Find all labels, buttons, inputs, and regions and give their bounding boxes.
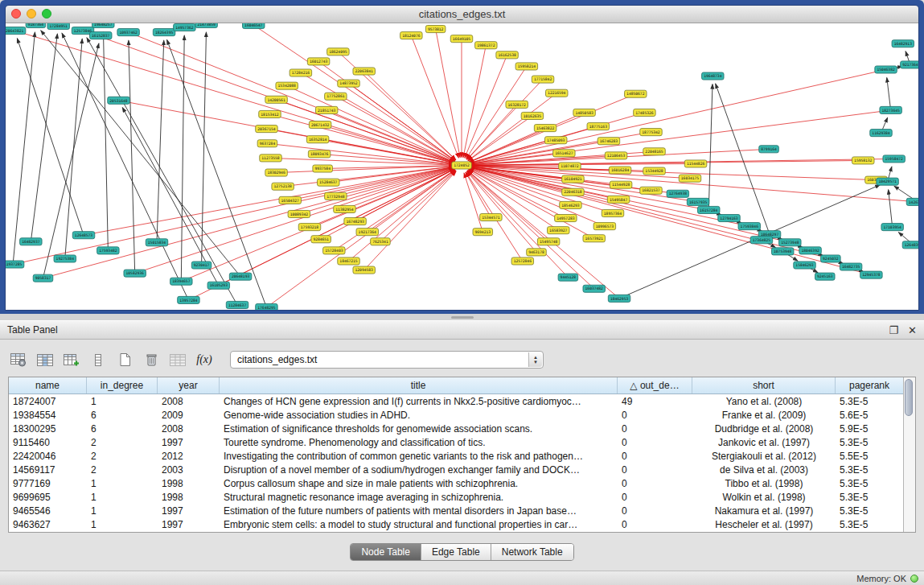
function-builder-button[interactable]: f(x) [194, 350, 215, 369]
graph-node[interactable]: 11074872 [559, 163, 581, 170]
graph-node[interactable]: 16037482 [583, 285, 605, 292]
graph-node[interactable]: 9058317 [33, 274, 53, 282]
graph-node[interactable]: 12572846 [511, 257, 533, 265]
delete-table-button[interactable] [141, 350, 162, 369]
table-row[interactable]: 946554611997Estimation of the future num… [9, 504, 903, 517]
network-window-titlebar[interactable]: citations_edges.txt [6, 6, 918, 23]
graph-node[interactable]: 9217364 [901, 61, 918, 68]
graph-node[interactable]: 12648573 [72, 232, 94, 239]
graph-node[interactable]: 12945378 [860, 271, 882, 278]
graph-node[interactable]: 17752861 [325, 93, 347, 100]
graph-node[interactable]: 11382954 [334, 205, 355, 212]
graph-node[interactable]: 18273645 [880, 106, 901, 113]
select-columns-button[interactable] [35, 350, 55, 369]
graph-node[interactable]: 12648395 [902, 241, 918, 249]
edit-table-button[interactable] [61, 350, 82, 369]
scrollbar-thumb[interactable] [905, 379, 913, 416]
table-row[interactable]: 1872400712008Changes of HCN gene express… [9, 394, 903, 408]
graph-node[interactable]: 16105293 [207, 282, 229, 289]
graph-node[interactable]: 15015834 [146, 239, 167, 246]
graph-node[interactable]: 10753948 [771, 248, 793, 255]
graph-node[interactable]: 14200561 [265, 96, 287, 103]
graph-node[interactable]: 21473859 [195, 23, 217, 28]
tab-network-table[interactable]: Network Table [491, 544, 573, 560]
row-tools-button[interactable] [88, 350, 109, 369]
graph-node[interactable]: 16514627 [553, 150, 575, 157]
column-header-6[interactable]: pagerank [836, 377, 903, 393]
graph-node[interactable]: 11273558 [260, 154, 281, 162]
float-panel-icon[interactable]: ❐ [889, 324, 898, 336]
graph-node[interactable]: 1724052 [452, 162, 472, 169]
graph-node[interactable]: 17103954 [881, 224, 903, 231]
vertical-scrollbar[interactable] [903, 377, 915, 532]
graph-node[interactable]: 16649105 [450, 35, 472, 43]
graph-node[interactable]: 11284637 [226, 301, 248, 308]
table-settings-button[interactable] [8, 350, 29, 369]
graph-node[interactable]: 12752138 [272, 183, 294, 190]
tab-edge-table[interactable]: Edge Table [421, 544, 491, 560]
table-row[interactable]: 946362711997Embryonic stem cells: a mode… [9, 517, 903, 531]
graph-node[interactable]: 15046382 [875, 66, 897, 73]
column-header-2[interactable]: year [158, 377, 220, 393]
zoom-window-button[interactable] [42, 9, 51, 19]
graph-node[interactable]: 15846293 [794, 262, 815, 269]
table-row[interactable]: 1830029562008Estimation of significance … [9, 422, 903, 435]
graph-node[interactable]: 17593846 [738, 223, 760, 230]
graph-node[interactable]: 11629384 [870, 130, 892, 137]
graph-node[interactable]: 14957283 [555, 215, 577, 222]
graph-node[interactable]: 9445128 [558, 274, 578, 281]
table-row[interactable]: 911546021997Tourette syndrome. Phenomeno… [9, 435, 903, 449]
graph-node[interactable]: 16046547 [243, 23, 265, 29]
graph-node[interactable]: 17364825 [750, 237, 772, 244]
graph-node[interactable]: 16034175 [679, 175, 700, 182]
graph-node[interactable]: 20367154 [256, 126, 277, 133]
graph-node[interactable]: 15463822 [534, 125, 556, 132]
graph-node[interactable]: 9284651 [311, 236, 331, 243]
graph-node[interactable]: 15344571 [480, 213, 502, 220]
graph-node[interactable]: 18462953 [608, 295, 630, 302]
column-header-3[interactable]: title [220, 377, 618, 393]
graph-node[interactable]: 18775342 [640, 129, 662, 136]
graph-node[interactable]: 17485326 [634, 109, 655, 116]
table-row[interactable]: 969969511998Structural magnetic resonanc… [9, 490, 903, 504]
graph-node[interactable]: 16104921 [562, 175, 584, 183]
graph-node[interactable]: 13957284 [178, 296, 199, 303]
graph-node[interactable]: 15344928 [643, 167, 665, 175]
table-selector-dropdown[interactable]: citations_edges.txt ▲ ▼ [230, 351, 544, 369]
graph-node[interactable]: 18046392 [799, 247, 821, 254]
graph-node[interactable]: 16016284 [609, 167, 630, 174]
graph-node[interactable]: 15273948 [779, 239, 801, 246]
graph-node[interactable]: 10089342 [288, 210, 310, 217]
graph-node[interactable]: 10996573 [593, 223, 615, 230]
graph-node[interactable]: 14957362 [174, 24, 195, 31]
graph-node[interactable]: 20643821 [6, 27, 26, 35]
graph-node[interactable]: 14850672 [625, 90, 647, 97]
graph-node[interactable]: 17648295 [256, 303, 277, 310]
graph-node[interactable]: 17593482 [97, 247, 119, 254]
graph-node[interactable]: 19648257 [92, 23, 114, 28]
table-row[interactable]: 1456911722003Disruption of a novel membe… [9, 463, 903, 476]
graph-node[interactable]: 10937462 [117, 29, 139, 36]
graph-node[interactable]: 19275384 [54, 255, 76, 262]
graph-node[interactable]: 16157284 [697, 206, 719, 213]
graph-node[interactable]: 15958472 [883, 155, 905, 163]
graph-node[interactable]: 15342088 [276, 82, 298, 89]
graph-node[interactable]: 19861372 [475, 42, 497, 49]
close-panel-icon[interactable]: ✕ [908, 324, 917, 336]
graph-node[interactable]: 7625341 [371, 238, 391, 245]
graph-node[interactable]: 12764938 [667, 190, 688, 197]
graph-node[interactable]: 18467215 [338, 257, 359, 265]
graph-node[interactable]: 18093476 [308, 150, 330, 158]
graph-node[interactable]: 9573812 [425, 26, 446, 33]
graph-node[interactable]: 16748293 [344, 218, 366, 225]
graph-node[interactable]: 14873952 [338, 80, 359, 87]
graph-node[interactable]: 16152837 [90, 32, 112, 39]
close-window-button[interactable] [11, 9, 21, 19]
graph-node[interactable]: 12216594 [545, 89, 567, 97]
graph-node[interactable]: 9637284 [257, 140, 277, 147]
graph-node[interactable]: 8799164 [759, 146, 779, 153]
network-canvas[interactable]: 1724052186240951601274317284216153420881… [6, 23, 918, 310]
graph-node[interactable]: 10582936 [124, 270, 146, 277]
graph-node[interactable]: 14263859 [906, 198, 918, 205]
graph-node[interactable]: 22063841 [353, 68, 375, 75]
